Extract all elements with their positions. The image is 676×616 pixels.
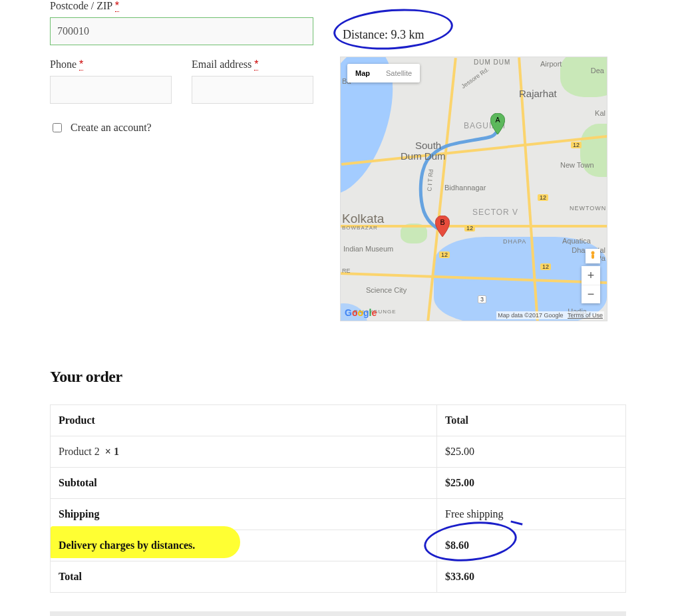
create-account-checkbox[interactable] xyxy=(53,123,62,132)
map-attribution: Map data ©2017 Google Terms of Use xyxy=(496,311,604,319)
map-marker-a-icon[interactable]: A xyxy=(490,113,505,134)
checkout-form: Postcode / ZIP * Phone * Email address * xyxy=(50,0,313,321)
hwy-badge: 3 xyxy=(478,295,486,303)
map-place-label: Science City xyxy=(366,286,407,294)
table-row: Delivery charges by distances. $8.60 xyxy=(51,530,626,561)
create-account-row[interactable]: Create an account? xyxy=(50,121,313,134)
delivery-value: $8.60 xyxy=(437,530,626,561)
create-account-label: Create an account? xyxy=(71,122,152,134)
total-value: $33.60 xyxy=(437,561,626,593)
map-place-label: DHAPA xyxy=(503,238,526,245)
required-asterisk: * xyxy=(79,59,83,71)
total-label: Total xyxy=(51,561,437,593)
hwy-badge: 12 xyxy=(571,142,582,148)
email-input[interactable] xyxy=(192,76,313,104)
table-row: Subtotal $25.00 xyxy=(51,468,626,499)
hwy-badge: 12 xyxy=(538,194,548,201)
map-place-label: NEWTOWN xyxy=(570,205,606,212)
order-item-total: $25.00 xyxy=(437,436,626,468)
svg-point-2 xyxy=(592,251,595,255)
map-place-label: Rajarhat xyxy=(519,88,557,99)
table-row: Shipping Free shipping xyxy=(51,499,626,530)
map-place-label: South xyxy=(415,140,441,151)
table-header-row: Product Total xyxy=(51,405,626,436)
hwy-badge: 12 xyxy=(540,263,551,270)
divider xyxy=(50,611,626,616)
map-place-label: Dum Dum xyxy=(401,150,446,162)
map-place-label: New Town xyxy=(560,161,594,169)
map-place-label: Kolkata xyxy=(342,212,384,226)
google-logo-icon: Google xyxy=(345,307,377,318)
order-item-name: Product 2 × 1 xyxy=(51,436,437,468)
distance-value: 9.3 km xyxy=(391,28,424,41)
svg-rect-3 xyxy=(592,254,594,259)
distance-label: Distance: xyxy=(343,28,388,41)
postcode-label-text: Postcode / ZIP xyxy=(50,0,112,11)
hwy-badge: 12 xyxy=(439,251,450,258)
map-place-label: Indian Museum xyxy=(343,245,393,253)
svg-text:B: B xyxy=(440,218,444,226)
map-place-label: Bidhannagar xyxy=(444,184,486,192)
phone-label: Phone * xyxy=(50,59,172,71)
table-row: Total $33.60 xyxy=(51,561,626,593)
map-place-label: Kal xyxy=(595,109,605,117)
pegman-icon[interactable] xyxy=(586,249,600,263)
map-place-label: Airport xyxy=(540,60,562,68)
map[interactable]: DUM DUM Airport Dea Rajarhat Kal BAGUIAT… xyxy=(340,57,607,321)
map-type-satellite-button[interactable]: Satellite xyxy=(378,64,420,82)
shipping-label: Shipping xyxy=(51,499,437,530)
order-heading: Your order xyxy=(50,368,626,386)
zoom-out-button[interactable]: − xyxy=(582,285,600,303)
postcode-label: Postcode / ZIP * xyxy=(50,0,313,12)
map-attribution-text: Map data ©2017 Google xyxy=(498,312,563,319)
map-place-label: RE xyxy=(342,267,351,274)
zoom-control: + − xyxy=(582,266,600,303)
subtotal-value: $25.00 xyxy=(437,468,626,499)
order-table: Product Total Product 2 × 1 $25.00 Subto… xyxy=(50,404,626,593)
phone-input[interactable] xyxy=(50,76,172,104)
delivery-label: Delivery charges by distances. xyxy=(51,530,437,561)
hwy-badge: 12 xyxy=(464,225,475,231)
col-product: Product xyxy=(51,405,437,436)
map-type-map-button[interactable]: Map xyxy=(347,64,378,82)
map-place-label: Dea xyxy=(591,67,604,75)
zoom-in-button[interactable]: + xyxy=(582,266,600,285)
email-label-text: Email address xyxy=(192,59,252,70)
table-row: Product 2 × 1 $25.00 xyxy=(51,436,626,468)
distance-display: Distance: 9.3 km xyxy=(343,28,424,42)
email-label: Email address * xyxy=(192,59,313,71)
map-marker-b-icon[interactable]: B xyxy=(435,216,450,237)
postcode-input[interactable] xyxy=(50,17,313,45)
shipping-value: Free shipping xyxy=(437,499,626,530)
required-asterisk: * xyxy=(115,0,119,12)
svg-text:A: A xyxy=(495,116,500,124)
map-terms-link[interactable]: Terms of Use xyxy=(568,312,603,319)
map-place-label: BOWBAZAR xyxy=(342,225,378,231)
phone-label-text: Phone xyxy=(50,59,77,70)
map-type-toggle: Map Satellite xyxy=(347,64,420,82)
subtotal-label: Subtotal xyxy=(51,468,437,499)
map-place-label: Aquatica xyxy=(562,237,591,245)
col-total: Total xyxy=(437,405,626,436)
required-asterisk: * xyxy=(254,59,258,71)
map-place-label: SECTOR V xyxy=(472,208,518,217)
map-place-label: DUM DUM xyxy=(474,59,510,66)
